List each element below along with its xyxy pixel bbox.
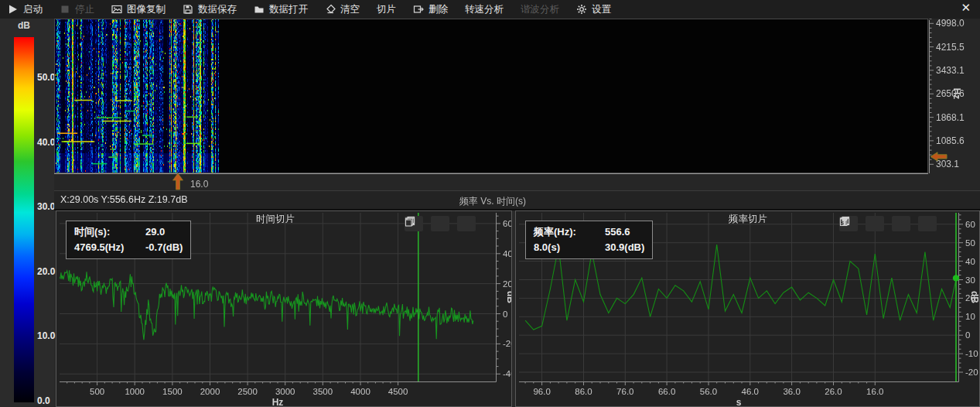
xtick-label: 86.0 bbox=[575, 387, 592, 396]
tooltip-label: 8.0(s) bbox=[534, 240, 605, 255]
ytick-label: 20 bbox=[503, 279, 511, 289]
time-marker-label: 16.0 bbox=[190, 179, 209, 190]
save-icon bbox=[183, 4, 193, 15]
toolbar-button-delete[interactable]: 删除 bbox=[413, 3, 448, 16]
xtick-label: 500 bbox=[90, 387, 104, 396]
colorbar-tick-label: 20.0 bbox=[37, 266, 55, 277]
ytick-label: -40 bbox=[503, 369, 511, 378]
xtick-label: 46.0 bbox=[742, 387, 759, 396]
freq-slice-panel: 96.086.076.066.056.046.036.026.016.0s605… bbox=[515, 210, 980, 407]
ytick-label: 0 bbox=[965, 330, 970, 340]
spectro-ytick-label: 3433.1 bbox=[936, 65, 965, 76]
xaxis-unit: Hz bbox=[272, 397, 284, 406]
yaxis-unit: dB bbox=[505, 291, 511, 303]
colorbar-tick-label: 10.0 bbox=[37, 330, 55, 341]
toolbar-button-settings[interactable]: 设置 bbox=[576, 3, 611, 16]
time-slice-toolbar bbox=[405, 216, 476, 231]
trace-line bbox=[60, 270, 473, 340]
toolbar-button-image-copy[interactable]: 图像复制 bbox=[111, 3, 166, 16]
toolbar-button-slice[interactable]: 切片 bbox=[377, 3, 396, 16]
xtick-label: 2000 bbox=[200, 387, 220, 396]
xtick-label: 16.0 bbox=[866, 387, 883, 396]
toolbar-button-label: 谐波分析 bbox=[521, 3, 559, 16]
ytick-label: -10 bbox=[965, 349, 978, 358]
spectro-ytick-label: 303.1 bbox=[936, 159, 959, 169]
tooltip-value: 30.9(dB) bbox=[605, 240, 644, 255]
xtick-label: 1000 bbox=[125, 387, 145, 396]
toolbar-button-label: 转速分析 bbox=[465, 3, 504, 16]
xtick-label: 1500 bbox=[162, 387, 183, 396]
time-marker-arrow bbox=[173, 173, 183, 190]
play-icon bbox=[8, 4, 19, 15]
ytick-label: 60 bbox=[503, 219, 511, 228]
spectro-ytick-label: 4215.5 bbox=[936, 42, 965, 53]
toolbar-button-data-save[interactable]: 数据保存 bbox=[183, 3, 237, 16]
toolbar-button-clear[interactable]: 清空 bbox=[325, 3, 360, 16]
ytick-label: -20 bbox=[965, 368, 978, 377]
tooltip-row: 4769.5(Hz)-0.7(dB) bbox=[74, 240, 183, 255]
toolbar-button-speed-analysis[interactable]: 转速分析 bbox=[465, 3, 504, 16]
toolbar-button-label: 数据保存 bbox=[198, 3, 237, 16]
image-icon bbox=[111, 4, 122, 15]
xaxis-unit: s bbox=[736, 397, 742, 406]
ytick-label: 40 bbox=[503, 249, 511, 258]
toolbar-button-harmonic-analysis: 谐波分析 bbox=[521, 3, 559, 16]
ytick-label: 0 bbox=[503, 310, 507, 319]
toolbar-items: 启动停止图像复制数据保存数据打开清空切片删除转速分析谐波分析设置 bbox=[0, 3, 611, 16]
filter-button[interactable] bbox=[918, 216, 937, 231]
chart-title: 时间切片 bbox=[256, 214, 295, 224]
xtick-label: 66.0 bbox=[658, 387, 675, 396]
toolbar: 启动停止图像复制数据保存数据打开清空切片删除转速分析谐波分析设置 ✕ bbox=[0, 0, 980, 19]
toolbar-button-label: 数据打开 bbox=[269, 3, 308, 16]
tooltip-label: 4769.5(Hz) bbox=[74, 240, 145, 255]
tooltip-value: 556.6 bbox=[605, 224, 630, 240]
xtick-label: 36.0 bbox=[783, 387, 800, 396]
xtick-label: 4000 bbox=[350, 387, 370, 396]
spectro-ytick-label: 4998.0 bbox=[936, 19, 965, 29]
tooltip-row: 8.0(s)30.9(dB) bbox=[534, 240, 644, 255]
delete-icon bbox=[413, 4, 424, 15]
time-slice-tooltip: 时间(s):29.04769.5(Hz)-0.7(dB) bbox=[66, 221, 191, 259]
plot-caption: 频率 Vs. 时间(s) bbox=[459, 195, 526, 208]
toolbar-button-stop: 停止 bbox=[60, 3, 94, 16]
image-copy-button[interactable] bbox=[431, 216, 449, 231]
folder-icon bbox=[254, 4, 265, 15]
cursor-readout: X:29.00s Y:556.6Hz Z:19.7dB bbox=[60, 194, 187, 205]
layers-button[interactable] bbox=[457, 216, 476, 231]
toolbar-button-label: 停止 bbox=[75, 3, 94, 16]
spectrogram-panel: 4998.04215.53433.12650.61868.11085.6303.… bbox=[54, 19, 980, 190]
xtick-label: 76.0 bbox=[616, 387, 633, 396]
main-area: dB 50.040.030.020.010.00.0 4998.04215.53… bbox=[0, 19, 980, 407]
xtick-label: 2500 bbox=[237, 387, 258, 396]
tooltip-label: 时间(s): bbox=[74, 224, 145, 240]
freq-slice-toolbar bbox=[839, 216, 937, 231]
spectrogram-axis: 4998.04215.53433.12650.61868.11085.6303.… bbox=[54, 19, 980, 190]
ytick-label: 50 bbox=[965, 238, 975, 248]
xtick-label: 4500 bbox=[388, 387, 408, 396]
ytick-label: 40 bbox=[965, 257, 975, 266]
stop-icon bbox=[60, 4, 70, 15]
toolbar-button-start[interactable]: 启动 bbox=[8, 3, 43, 16]
tooltip-label: 频率(Hz): bbox=[534, 224, 605, 240]
app-window: 启动停止图像复制数据保存数据打开清空切片删除转速分析谐波分析设置 ✕ dB 50… bbox=[0, 0, 980, 407]
db-colorbar-legend: dB 50.040.030.020.010.00.0 bbox=[0, 19, 54, 407]
tooltip-row: 频率(Hz):556.6 bbox=[534, 224, 644, 240]
colorbar-tick-label: 40.0 bbox=[37, 137, 55, 148]
slice-charts-row: 50010001500200025003000350040004500Hz604… bbox=[54, 210, 980, 407]
image-copy-button[interactable] bbox=[866, 216, 884, 231]
cursor-dot bbox=[953, 275, 959, 281]
toolbar-button-label: 启动 bbox=[23, 3, 43, 16]
colorbar-gradient bbox=[14, 37, 34, 402]
toolbar-button-label: 设置 bbox=[592, 3, 611, 16]
colorbar-unit-label: dB bbox=[0, 20, 48, 31]
tooltip-row: 时间(s):29.0 bbox=[74, 224, 183, 240]
colorbar-tick-label: 50.0 bbox=[37, 72, 55, 83]
tooltip-value: 29.0 bbox=[145, 224, 165, 240]
toolbar-button-data-open[interactable]: 数据打开 bbox=[254, 3, 308, 16]
colorbar-tick-label: 30.0 bbox=[37, 201, 55, 212]
ytick-label: 10 bbox=[965, 312, 975, 321]
cursor-button[interactable] bbox=[892, 216, 910, 231]
toolbar-button-label: 切片 bbox=[377, 3, 396, 16]
chart-title: 频率切片 bbox=[728, 214, 767, 224]
close-button[interactable]: ✕ bbox=[961, 1, 971, 15]
